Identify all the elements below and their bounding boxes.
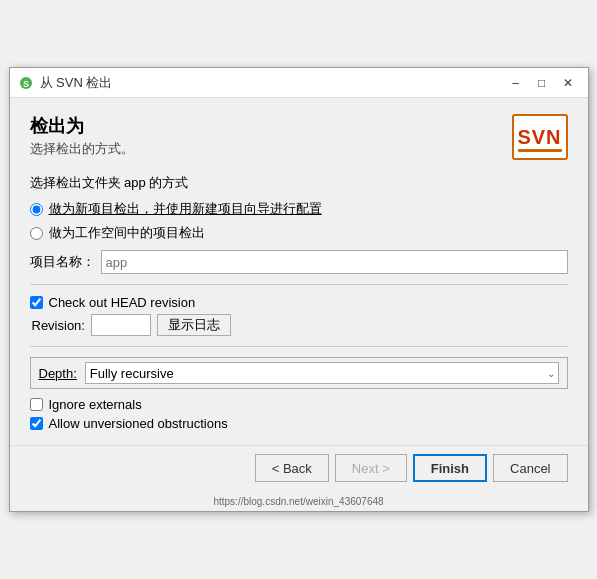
revision-label: Revision: <box>32 318 85 333</box>
page-subtitle: 选择检出的方式。 <box>30 140 134 158</box>
header-left: 检出为 选择检出的方式。 <box>30 114 134 170</box>
radio-new-project-input[interactable] <box>30 203 43 216</box>
svg-text:S: S <box>22 79 28 89</box>
revision-row: Revision: 显示日志 <box>30 314 568 336</box>
dialog-content: 检出为 选择检出的方式。 SVN 选择检出文件夹 app 的方式 做为新项目检出… <box>10 98 588 445</box>
close-button[interactable]: ✕ <box>556 73 580 93</box>
depth-select[interactable]: Fully recursive Immediate children Only … <box>85 362 559 384</box>
minimize-button[interactable]: – <box>504 73 528 93</box>
section-label: 选择检出文件夹 app 的方式 <box>30 174 568 192</box>
cancel-button[interactable]: Cancel <box>493 454 567 482</box>
show-log-button[interactable]: 显示日志 <box>157 314 231 336</box>
ignore-externals-checkbox[interactable] <box>30 398 43 411</box>
window-controls: – □ ✕ <box>504 73 580 93</box>
svn-logo: SVN <box>512 114 568 160</box>
radio-workspace-label: 做为工作空间中的项目检出 <box>49 224 205 242</box>
checkout-head-checkbox[interactable] <box>30 296 43 309</box>
project-name-label: 项目名称： <box>30 253 95 271</box>
maximize-button[interactable]: □ <box>530 73 554 93</box>
next-button[interactable]: Next > <box>335 454 407 482</box>
radio-workspace-input[interactable] <box>30 227 43 240</box>
allow-unversioned-row: Allow unversioned obstructions <box>30 416 568 431</box>
project-name-row: 项目名称： <box>30 250 568 274</box>
dialog-window: S 从 SVN 检出 – □ ✕ 检出为 选择检出的方式。 SVN 选择检出文件… <box>9 67 589 512</box>
allow-unversioned-checkbox[interactable] <box>30 417 43 430</box>
radio-new-project-label: 做为新项目检出，并使用新建项目向导进行配置 <box>49 200 322 218</box>
header-row: 检出为 选择检出的方式。 SVN <box>30 114 568 170</box>
svn-logo-decoration <box>518 149 562 152</box>
back-button[interactable]: < Back <box>255 454 329 482</box>
depth-wrapper: Fully recursive Immediate children Only … <box>85 362 559 384</box>
ignore-externals-row: Ignore externals <box>30 397 568 412</box>
divider-1 <box>30 284 568 285</box>
allow-unversioned-label: Allow unversioned obstructions <box>49 416 228 431</box>
title-bar: S 从 SVN 检出 – □ ✕ <box>10 68 588 98</box>
depth-row: Depth: Fully recursive Immediate childre… <box>30 357 568 389</box>
divider-2 <box>30 346 568 347</box>
project-name-input[interactable] <box>101 250 568 274</box>
checkout-head-row: Check out HEAD revision <box>30 295 568 310</box>
svn-logo-text: SVN <box>517 126 561 149</box>
button-row: < Back Next > Finish Cancel <box>10 445 588 494</box>
window-title: 从 SVN 检出 <box>40 74 504 92</box>
ignore-externals-label: Ignore externals <box>49 397 142 412</box>
radio-workspace-option[interactable]: 做为工作空间中的项目检出 <box>30 224 568 242</box>
depth-label: Depth: <box>39 366 77 381</box>
radio-new-project-option[interactable]: 做为新项目检出，并使用新建项目向导进行配置 <box>30 200 568 218</box>
window-icon: S <box>18 75 34 91</box>
revision-input[interactable] <box>91 314 151 336</box>
watermark: https://blog.csdn.net/weixin_43607648 <box>10 494 588 511</box>
page-title: 检出为 <box>30 114 134 138</box>
checkout-head-label: Check out HEAD revision <box>49 295 196 310</box>
finish-button[interactable]: Finish <box>413 454 487 482</box>
